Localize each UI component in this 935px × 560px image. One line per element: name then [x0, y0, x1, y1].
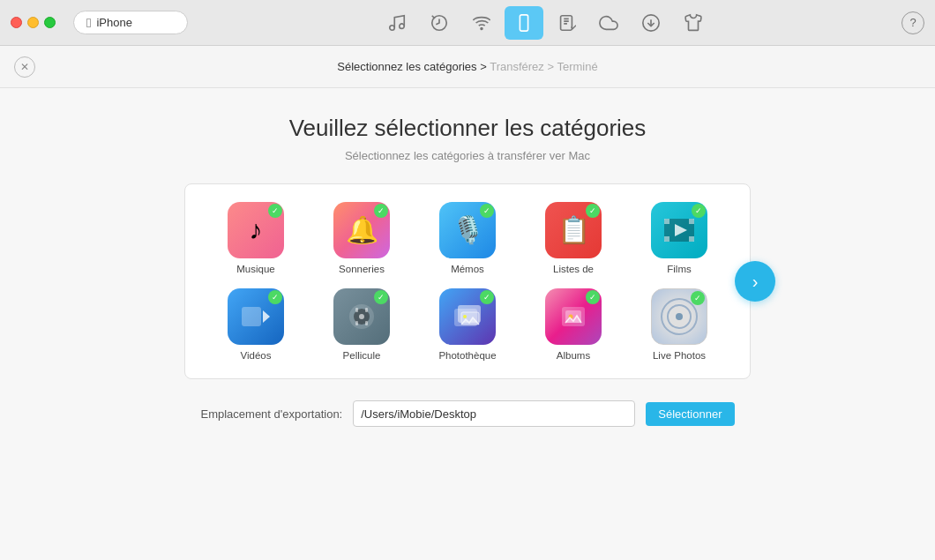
- memos-label: Mémos: [451, 264, 484, 274]
- category-albums[interactable]: ✓ Albums: [529, 288, 617, 361]
- musique-icon-wrap: ♪ ✓: [228, 202, 284, 258]
- toolbar-tshirt-btn[interactable]: [674, 6, 713, 40]
- films-icon: [662, 215, 696, 245]
- breadcrumb-sep2: >: [547, 60, 557, 73]
- films-check: ✓: [692, 204, 706, 218]
- breadcrumb-step1: Sélectionnez les catégories: [337, 60, 476, 73]
- breadcrumb-step2: Transférez: [490, 60, 544, 73]
- breadcrumb: Sélectionnez les catégories > Transférez…: [337, 60, 597, 73]
- page-title: Veuillez sélectionner les catégories: [289, 115, 647, 142]
- phototheque-icon: [451, 300, 484, 333]
- category-memos[interactable]: 🎙️ ✓ Mémos: [423, 202, 512, 274]
- svg-rect-13: [689, 236, 694, 242]
- svg-rect-12: [664, 236, 669, 242]
- memos-check: ✓: [480, 204, 494, 218]
- category-videos[interactable]: ✓ Vidéos: [212, 288, 300, 361]
- help-button[interactable]: ?: [901, 11, 924, 34]
- category-sonneries[interactable]: 🔔 ✓ Sonneries: [318, 202, 406, 274]
- livephotos-label: Live Photos: [653, 350, 706, 361]
- svg-point-19: [359, 314, 364, 319]
- listes-check: ✓: [586, 204, 600, 218]
- svg-rect-20: [355, 308, 358, 312]
- traffic-lights: [11, 17, 56, 28]
- pellicule-icon: [346, 301, 378, 332]
- categories-box: ♪ ✓ Musique 🔔 ✓ Sonneries 🎙️ ✓ Mémo: [184, 183, 751, 379]
- albums-label: Albums: [557, 350, 590, 361]
- toolbar-device-btn[interactable]: [505, 6, 543, 40]
- breadcrumb-bar: ✕ Sélectionnez les catégories > Transfér…: [0, 46, 935, 88]
- category-listes[interactable]: 📋 ✓ Listes de: [529, 202, 617, 274]
- svg-point-0: [389, 25, 394, 30]
- svg-rect-4: [520, 14, 527, 30]
- svg-rect-23: [365, 321, 368, 325]
- toolbar-music-btn[interactable]: [378, 6, 416, 40]
- next-button[interactable]: ›: [735, 261, 775, 302]
- category-films[interactable]: ✓ Films: [635, 202, 723, 274]
- phototheque-check: ✓: [480, 290, 494, 304]
- toolbar-restore-btn[interactable]: [420, 6, 459, 40]
- albums-check: ✓: [586, 290, 600, 304]
- category-musique[interactable]: ♪ ✓ Musique: [212, 202, 300, 274]
- page-subtitle: Sélectionnez les catégories à transférer…: [345, 149, 590, 162]
- svg-rect-15: [242, 307, 261, 326]
- films-label: Films: [667, 264, 691, 274]
- svg-rect-10: [664, 219, 669, 224]
- svg-point-3: [481, 27, 482, 29]
- toolbar-wifi-btn[interactable]: [462, 6, 501, 40]
- breadcrumb-step3: Terminé: [557, 60, 597, 73]
- memos-icon: 🎙️: [452, 217, 484, 243]
- sonneries-check: ✓: [374, 204, 388, 218]
- videos-icon: [240, 303, 272, 330]
- listes-icon: 📋: [557, 217, 590, 243]
- listes-label: Listes de: [553, 264, 594, 274]
- device-pill[interactable]:  iPhone: [73, 11, 188, 34]
- minimize-button[interactable]: [27, 17, 39, 28]
- musique-icon: ♪: [250, 217, 263, 243]
- toolbar-cloud-btn[interactable]: [589, 6, 628, 40]
- titlebar:  iPhone: [0, 0, 935, 46]
- toolbar-ios-btn[interactable]: [547, 6, 586, 40]
- phototheque-label: Photothèque: [438, 350, 496, 361]
- breadcrumb-sep1: >: [480, 60, 490, 73]
- main-content: Veuillez sélectionner les catégories Sél…: [0, 88, 935, 560]
- videos-check: ✓: [268, 290, 282, 304]
- svg-rect-22: [355, 321, 358, 325]
- phototheque-icon-wrap: ✓: [439, 288, 496, 345]
- close-button[interactable]: [11, 17, 22, 28]
- close-circle-btn[interactable]: ✕: [14, 56, 35, 78]
- svg-rect-11: [689, 219, 694, 224]
- maximize-button[interactable]: [44, 17, 56, 28]
- svg-point-1: [399, 23, 404, 27]
- pellicule-check: ✓: [374, 290, 388, 304]
- pellicule-label: Pellicule: [343, 350, 381, 361]
- export-label: Emplacement d'exportation:: [200, 407, 342, 421]
- device-name: iPhone: [96, 16, 131, 29]
- export-bar: Emplacement d'exportation: Sélectionner: [200, 400, 734, 427]
- toolbar-download-btn[interactable]: [632, 6, 670, 40]
- category-pellicule[interactable]: ✓ Pellicule: [318, 288, 406, 361]
- category-livephotos[interactable]: ✓ Live Photos: [635, 288, 723, 361]
- toolbar-icons: [197, 6, 893, 40]
- live-circles-icon: [662, 299, 697, 334]
- musique-label: Musique: [236, 264, 274, 274]
- listes-icon-wrap: 📋 ✓: [545, 202, 602, 258]
- category-phototheque[interactable]: ✓ Photothèque: [423, 288, 512, 361]
- svg-rect-21: [365, 308, 368, 312]
- memos-icon-wrap: 🎙️ ✓: [439, 202, 496, 258]
- select-button[interactable]: Sélectionner: [646, 402, 734, 426]
- categories-container: ♪ ✓ Musique 🔔 ✓ Sonneries 🎙️ ✓ Mémo: [184, 183, 751, 379]
- films-icon-wrap: ✓: [651, 202, 707, 258]
- livephotos-check: ✓: [691, 291, 705, 305]
- svg-rect-6: [560, 15, 572, 30]
- export-path-input[interactable]: [353, 400, 635, 427]
- albums-icon: [557, 300, 590, 333]
- svg-point-27: [463, 315, 467, 318]
- musique-check: ✓: [268, 204, 282, 218]
- pellicule-icon-wrap: ✓: [333, 288, 390, 345]
- videos-icon-wrap: ✓: [228, 288, 284, 345]
- svg-marker-16: [263, 310, 270, 323]
- apple-icon: : [86, 15, 91, 30]
- live-dot: [676, 313, 683, 320]
- livephotos-icon-wrap: ✓: [651, 288, 707, 345]
- albums-icon-wrap: ✓: [545, 288, 602, 345]
